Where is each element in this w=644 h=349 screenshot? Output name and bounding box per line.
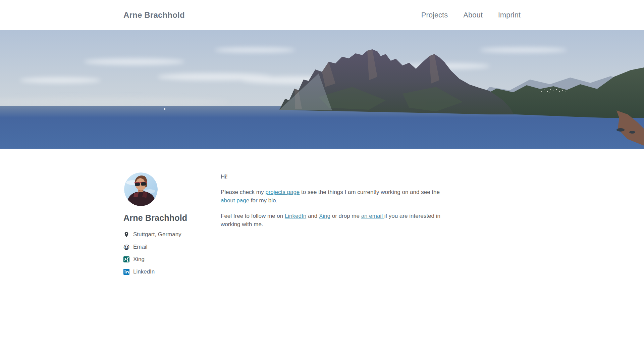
intro-text-1: Please check my <box>221 189 265 195</box>
contact-text-3: or drop me <box>330 213 361 219</box>
avatar <box>124 172 158 206</box>
contact-list: Stuttgart, Germany @ Email <box>123 231 221 275</box>
projects-page-link[interactable]: projects page <box>265 189 300 195</box>
email-text-link[interactable]: an email <box>361 213 384 219</box>
site-title[interactable]: Arne Brachhold <box>123 10 185 20</box>
contact-text-2: and <box>306 213 319 219</box>
linkedin-label: LinkedIn <box>133 268 155 275</box>
intro-text-2: to see the things I am currently working… <box>300 189 440 195</box>
intro-paragraph: Please check my projects page to see the… <box>221 188 455 205</box>
main-nav: Projects About Imprint <box>421 11 521 19</box>
contact-paragraph: Feel free to follow me on LinkedIn and X… <box>221 212 455 229</box>
nav-projects[interactable]: Projects <box>421 11 448 19</box>
site-header: Arne Brachhold Projects About Imprint <box>0 0 644 30</box>
map-pin-icon <box>123 232 129 238</box>
contact-text-1: Feel free to follow me on <box>221 213 285 219</box>
xing-icon <box>123 256 129 262</box>
xing-text-link[interactable]: Xing <box>319 213 330 219</box>
linkedin-text-link[interactable]: LinkedIn <box>285 213 306 219</box>
profile-sidebar: Arne Brachhold Stuttgart, Germany @ <box>123 172 221 281</box>
nav-about[interactable]: About <box>463 11 483 19</box>
greeting: Hi! <box>221 172 455 181</box>
email-link[interactable]: @ Email <box>123 244 221 250</box>
intro-text-3: for my bio. <box>249 197 277 204</box>
nav-imprint[interactable]: Imprint <box>498 11 521 19</box>
linkedin-link[interactable]: LinkedIn <box>123 268 221 275</box>
about-page-link[interactable]: about page <box>221 197 249 204</box>
xing-link[interactable]: Xing <box>123 256 221 263</box>
at-icon: @ <box>123 244 129 250</box>
email-label: Email <box>133 244 148 250</box>
profile-location: Stuttgart, Germany <box>123 231 221 238</box>
profile-name: Arne Brachhold <box>123 213 221 223</box>
linkedin-icon <box>123 269 129 275</box>
intro-text: Hi! Please check my projects page to see… <box>221 172 455 281</box>
xing-label: Xing <box>133 256 145 263</box>
hero-image <box>0 30 644 149</box>
location-label: Stuttgart, Germany <box>133 231 181 238</box>
